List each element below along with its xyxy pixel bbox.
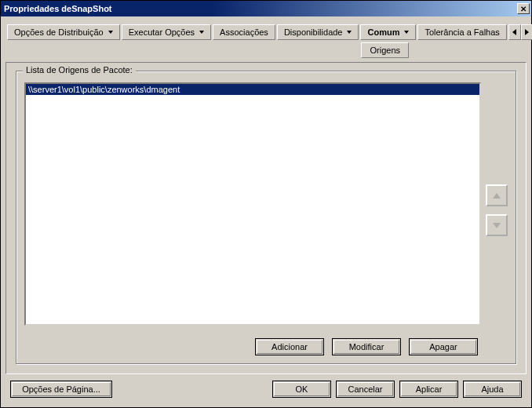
delete-button[interactable]: Apagar <box>409 338 478 355</box>
origins-listbox[interactable]: \\server1\vol1\public\zenworks\dmagent <box>24 82 481 326</box>
tab-scroll-right[interactable] <box>521 24 532 40</box>
modify-button[interactable]: Modificar <box>332 338 401 355</box>
tab-tolerancia[interactable]: Tolerância a Falhas <box>417 24 506 40</box>
page-options-button[interactable]: Opções de Página... <box>10 381 112 398</box>
tab-bar: Opções de Distribuição Executar Opções A… <box>5 21 527 40</box>
ok-button[interactable]: OK <box>272 381 331 398</box>
tab-comum[interactable]: Comum Origens <box>360 24 416 40</box>
tab-label: Opções de Distribuição <box>14 27 104 37</box>
chevron-down-icon <box>199 31 204 34</box>
tab-label: Associações <box>220 27 268 37</box>
tab-executar[interactable]: Executar Opções <box>122 24 211 40</box>
window-title: Propriedades deSnapShot <box>4 4 517 13</box>
tab-label: Tolerância a Falhas <box>425 27 499 37</box>
group-button-row: Adicionar Modificar Apagar <box>24 338 508 355</box>
button-label: Aplicar <box>416 384 443 394</box>
button-label: OK <box>296 384 308 394</box>
dialog-window: Propriedades deSnapShot ✕ Opções de Dist… <box>0 0 532 408</box>
move-up-button[interactable] <box>486 184 508 206</box>
button-label: Cancelar <box>348 384 382 394</box>
cancel-button[interactable]: Cancelar <box>336 381 395 398</box>
close-icon[interactable]: ✕ <box>517 3 530 14</box>
button-label: Ajuda <box>481 384 503 394</box>
bottom-button-bar: Opções de Página... OK Cancelar Aplicar … <box>5 374 527 403</box>
tab-panel: Lista de Origens de Pacote: \\server1\vo… <box>5 62 527 374</box>
tab-comum-subtab[interactable]: Origens <box>361 42 409 58</box>
chevron-down-icon <box>347 31 352 34</box>
chevron-left-icon <box>512 29 516 35</box>
reorder-buttons <box>486 184 508 236</box>
add-button[interactable]: Adicionar <box>255 338 324 355</box>
tab-label: Comum <box>367 27 399 37</box>
tab-label: Disponibilidade <box>284 27 343 37</box>
tab-associacoes[interactable]: Associações <box>213 24 275 40</box>
apply-button[interactable]: Aplicar <box>399 381 458 398</box>
groupbox-label: Lista de Origens de Pacote: <box>23 65 136 75</box>
titlebar: Propriedades deSnapShot ✕ <box>1 1 531 16</box>
move-down-button[interactable] <box>486 214 508 236</box>
content-area: Opções de Distribuição Executar Opções A… <box>1 16 531 407</box>
tab-disponibilidade[interactable]: Disponibilidade <box>277 24 359 40</box>
list-row: \\server1\vol1\public\zenworks\dmagent <box>24 82 508 330</box>
tab-distribuicao[interactable]: Opções de Distribuição <box>7 24 120 40</box>
subtab-label: Origens <box>370 46 400 55</box>
triangle-up-icon <box>493 193 501 199</box>
tab-scroll-left[interactable] <box>508 24 521 40</box>
chevron-right-icon <box>525 29 529 35</box>
tab-scroll <box>508 24 532 40</box>
triangle-down-icon <box>493 223 501 228</box>
groupbox-origens: Lista de Origens de Pacote: \\server1\vo… <box>16 71 516 364</box>
tab-label: Executar Opções <box>129 27 195 37</box>
chevron-down-icon <box>108 31 113 34</box>
chevron-down-icon <box>404 31 409 34</box>
button-label: Opções de Página... <box>22 384 100 394</box>
list-item[interactable]: \\server1\vol1\public\zenworks\dmagent <box>26 84 479 95</box>
help-button[interactable]: Ajuda <box>463 381 522 398</box>
